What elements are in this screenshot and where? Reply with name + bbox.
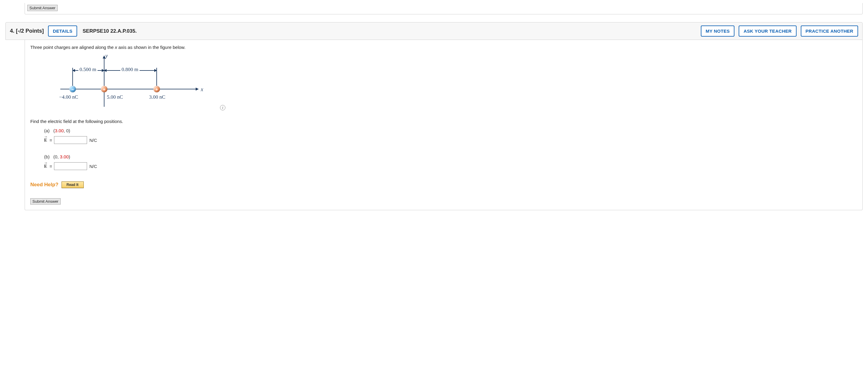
info-icon[interactable]: i: [220, 105, 225, 110]
unit-a: N/C: [89, 138, 97, 143]
ask-teacher-button[interactable]: ASK YOUR TEACHER: [739, 26, 796, 37]
question-intro: Three point charges are aligned along th…: [30, 45, 857, 50]
question-source: SERPSE10 22.A.P.035.: [83, 28, 136, 34]
practice-another-button[interactable]: PRACTICE ANOTHER: [801, 26, 858, 37]
submit-answer-button[interactable]: Submit Answer: [30, 198, 61, 204]
dimension-label-1: 0.500 m: [78, 67, 97, 73]
question-body: Three point charges are aligned along th…: [25, 40, 863, 210]
e-vector-symbol-b: E: [44, 164, 48, 169]
part-b-label: (b) (0, 3.00): [44, 154, 70, 159]
charge-label-1: −4.00 nC: [59, 94, 78, 100]
charge-negative-icon: −: [69, 86, 76, 92]
part-a: (a) (3.00, 0) E = N/C: [44, 128, 857, 144]
x-axis-label: x: [201, 87, 203, 93]
x-axis-line: [60, 89, 198, 89]
equals-a: =: [50, 138, 52, 143]
answer-input-b[interactable]: [54, 162, 87, 170]
dimension-label-2: 0.800 m: [120, 67, 140, 73]
details-button[interactable]: DETAILS: [48, 26, 77, 37]
need-help-label: Need Help?: [30, 182, 59, 188]
figure: y x 0.500 m 0.800 m − + + −4.00 nC 5.00 …: [48, 53, 216, 110]
part-a-label: (a) (3.00, 0): [44, 128, 70, 133]
need-help-row: Need Help? Read It: [30, 181, 857, 188]
prev-question-footer: Submit Answer: [25, 3, 863, 14]
question-prompt: Find the electric field at the following…: [30, 119, 857, 124]
equals-b: =: [50, 164, 52, 169]
question-header: 4. [-/2 Points] DETAILS SERPSE10 22.A.P.…: [5, 22, 863, 40]
charge-label-3: 3.00 nC: [149, 94, 165, 100]
charge-positive-origin-icon: +: [101, 86, 107, 92]
part-b: (b) (0, 3.00) E = N/C: [44, 154, 857, 170]
unit-b: N/C: [89, 164, 97, 169]
y-axis-label: y: [105, 53, 108, 59]
question-number: 4. [-/2 Points]: [10, 28, 44, 34]
answer-input-a[interactable]: [54, 136, 87, 144]
charge-label-2: 5.00 nC: [107, 94, 123, 100]
my-notes-button[interactable]: MY NOTES: [701, 26, 735, 37]
read-it-button[interactable]: Read It: [62, 181, 84, 188]
charge-positive-right-icon: +: [153, 86, 160, 92]
e-vector-symbol-a: E: [44, 138, 48, 143]
submit-answer-button-top[interactable]: Submit Answer: [27, 5, 58, 11]
